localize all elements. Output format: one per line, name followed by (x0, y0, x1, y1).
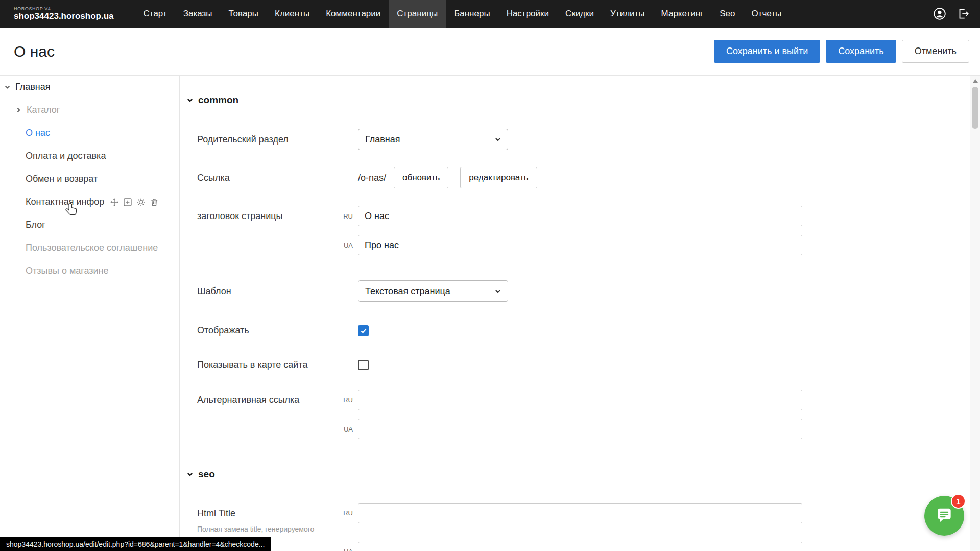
lang-tag-ru: RU (336, 503, 358, 523)
save-button[interactable]: Сохранить (826, 40, 896, 63)
nav-item-start[interactable]: Старт (135, 0, 175, 28)
move-icon[interactable] (110, 198, 119, 207)
lang-tag-ua: UA (336, 425, 358, 433)
page-edit-form: common Родительский раздел Главная Ссылк… (180, 76, 970, 551)
nav-item-stranitsy[interactable]: Страницы (389, 0, 446, 28)
link-row: Ссылка /o-nas/ обновить редактировать (197, 167, 970, 188)
alt-link-ru-row: Альтернативная ссылка RU (197, 390, 970, 410)
field-hint: Полная замена title, генерируемого (197, 525, 336, 534)
nav-item-tovary[interactable]: Товары (221, 0, 267, 28)
sidebar-item-o-nas[interactable]: О нас (0, 122, 179, 145)
main-nav: Старт Заказы Товары Клиенты Комментарии … (135, 0, 790, 28)
nav-item-zakazy[interactable]: Заказы (175, 0, 221, 28)
brand-domain: shop34423.horoshop.ua (14, 12, 114, 21)
page-title-ru-input[interactable] (358, 206, 802, 226)
status-url-bar: shop34423.horoshop.ua/edit/edit.php?id=6… (0, 537, 271, 551)
field-label: Отображать (197, 325, 358, 336)
field-label: Html Title (197, 503, 336, 523)
pages-tree-sidebar: Главная Каталог О нас Оплата и доставка … (0, 76, 180, 551)
page-header: О нас Сохранить и выйти Сохранить Отмени… (0, 28, 980, 76)
html-title-ru-input[interactable] (358, 503, 802, 523)
field-label: Ссылка (197, 173, 358, 183)
sidebar-item-obmen-i-vozvrat[interactable]: Обмен и возврат (0, 167, 179, 190)
field-label: Альтернативная ссылка (197, 395, 336, 405)
section-common-header[interactable]: common (186, 94, 970, 106)
page-title-ua-input[interactable] (358, 235, 802, 255)
sidebar-item-otzyvy-o-magazine[interactable]: Отзывы о магазине (0, 259, 179, 282)
tree-item-actions (110, 198, 159, 207)
edit-link-button[interactable]: редактировать (460, 167, 537, 188)
chat-unread-badge: 1 (951, 494, 966, 509)
display-checkbox[interactable] (358, 325, 369, 336)
sidebar-item-oplata-i-dostavka[interactable]: Оплата и доставка (0, 145, 179, 167)
save-and-exit-button[interactable]: Сохранить и выйти (714, 40, 820, 63)
section-seo-header[interactable]: seo (186, 469, 970, 480)
vertical-scrollbar[interactable] (970, 76, 980, 551)
settings-icon[interactable] (136, 198, 146, 207)
nav-item-otchety[interactable]: Отчеты (743, 0, 790, 28)
link-path: /o-nas/ (358, 173, 386, 183)
tree-label: Блог (26, 220, 45, 230)
chevron-right-icon (15, 107, 22, 113)
tree-label: Оплата и доставка (26, 151, 106, 161)
nav-item-skidki[interactable]: Скидки (557, 0, 602, 28)
tree-label: Обмен и возврат (26, 174, 98, 184)
chevron-down-icon (186, 97, 194, 104)
page-title: О нас (14, 43, 55, 60)
chevron-down-icon (186, 471, 194, 478)
nav-item-utility[interactable]: Утилиты (602, 0, 653, 28)
sidebar-item-glavnaya[interactable]: Главная (0, 76, 179, 99)
sitemap-checkbox[interactable] (358, 360, 369, 370)
html-title-ru-row: Html Title Полная замена title, генериру… (197, 503, 970, 534)
tree-label: Контактная инфор (26, 197, 104, 207)
account-icon[interactable] (933, 7, 946, 20)
chevron-down-icon (4, 84, 11, 90)
alt-link-ru-input[interactable] (358, 390, 802, 410)
select-value: Главная (365, 134, 400, 145)
nav-item-bannery[interactable]: Баннеры (446, 0, 498, 28)
sidebar-item-blog[interactable]: Блог (0, 213, 179, 236)
template-row: Шаблон Текстовая страница (197, 280, 970, 302)
lang-tag-ru: RU (336, 396, 358, 404)
tree-label: Отзывы о магазине (26, 266, 109, 276)
chevron-down-icon (494, 288, 501, 295)
chevron-down-icon (494, 136, 501, 143)
section-title: seo (198, 469, 215, 480)
nav-item-marketing[interactable]: Маркетинг (653, 0, 712, 28)
add-icon[interactable] (123, 198, 132, 207)
tree-label: О нас (26, 128, 50, 138)
field-label-block: Html Title Полная замена title, генериру… (197, 503, 336, 534)
sidebar-item-katalog[interactable]: Каталог (0, 99, 179, 122)
nav-item-kommentarii[interactable]: Комментарии (318, 0, 389, 28)
page-title-ua-row: UA (197, 235, 970, 255)
scroll-up-arrow-icon[interactable] (973, 79, 978, 83)
brand[interactable]: HOROSHOP V4 shop34423.horoshop.ua (14, 7, 114, 21)
chat-widget-button[interactable]: 1 (924, 496, 964, 536)
cancel-button[interactable]: Отменить (902, 40, 969, 63)
field-label: Родительский раздел (197, 134, 358, 145)
refresh-link-button[interactable]: обновить (394, 167, 448, 188)
parent-section-row: Родительский раздел Главная (197, 129, 970, 150)
nav-item-seo[interactable]: Seo (711, 0, 743, 28)
sidebar-item-polzovatelskoe-soglashenie[interactable]: Пользовательское соглашение (0, 236, 179, 259)
sidebar-item-kontaktnaya-infor[interactable]: Контактная инфор (0, 190, 179, 213)
nav-item-klienty[interactable]: Клиенты (267, 0, 318, 28)
section-title: common (198, 94, 238, 106)
lang-tag-ua: UA (336, 548, 358, 551)
nav-item-nastroyki[interactable]: Настройки (498, 0, 557, 28)
display-row: Отображать (197, 325, 970, 336)
logout-icon[interactable] (957, 7, 970, 20)
delete-icon[interactable] (150, 198, 159, 207)
chat-bubble-icon (935, 506, 954, 525)
field-label: Шаблон (197, 286, 358, 297)
topbar: HOROSHOP V4 shop34423.horoshop.ua Старт … (0, 0, 980, 28)
alt-link-ua-row: UA (197, 419, 970, 439)
scrollbar-thumb[interactable] (972, 87, 978, 129)
template-select[interactable]: Текстовая страница (358, 280, 508, 302)
header-buttons: Сохранить и выйти Сохранить Отменить (714, 40, 969, 63)
status-url: shop34423.horoshop.ua/edit/edit.php?id=6… (6, 540, 265, 548)
alt-link-ua-input[interactable] (358, 419, 802, 439)
html-title-ua-input[interactable] (358, 542, 802, 551)
parent-section-select[interactable]: Главная (358, 129, 508, 150)
page-title-ru-row: заголовок страницы RU (197, 206, 970, 226)
